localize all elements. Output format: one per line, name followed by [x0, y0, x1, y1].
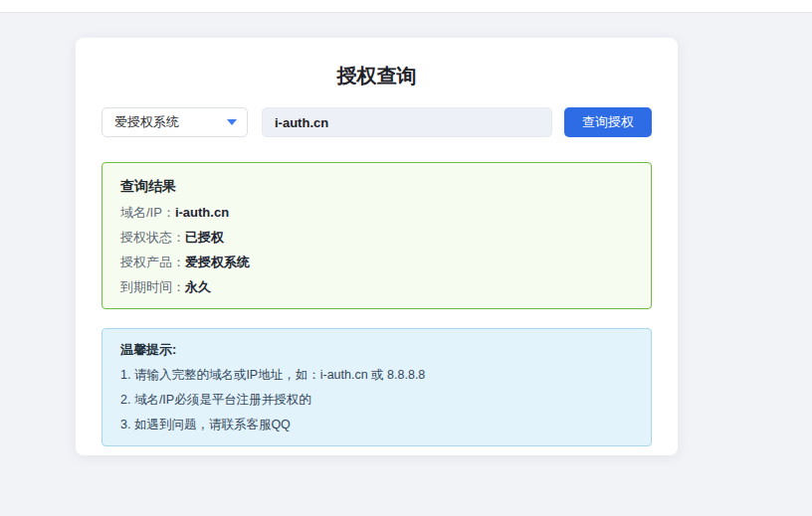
query-input[interactable] — [262, 107, 552, 137]
result-panel-title: 查询结果 — [120, 176, 633, 196]
page-title: 授权查询 — [102, 62, 652, 89]
result-label: 到期时间： — [120, 279, 185, 294]
product-select-value: 爱授权系统 — [114, 113, 179, 131]
chevron-down-icon — [227, 119, 237, 125]
tips-panel: 温馨提示: 1. 请输入完整的域名或IP地址，如：i-auth.cn 或 8.8… — [102, 328, 652, 446]
top-strip — [0, 0, 812, 13]
tips-item-1: 1. 请输入完整的域名或IP地址，如：i-auth.cn 或 8.8.8.8 — [120, 367, 633, 384]
query-result-panel: 查询结果 域名/IP：i-auth.cn 授权状态：已授权 授权产品：爱授权系统… — [102, 162, 652, 309]
result-value: 爱授权系统 — [185, 255, 250, 269]
result-row-domain: 域名/IP：i-auth.cn — [120, 204, 633, 221]
result-row-expiry: 到期时间：永久 — [120, 278, 633, 295]
result-label: 授权产品： — [120, 255, 185, 269]
product-select[interactable]: 爱授权系统 — [102, 107, 248, 137]
result-value: 已授权 — [185, 230, 224, 245]
tips-item-3: 3. 如遇到问题，请联系客服QQ — [120, 417, 633, 433]
result-value: 永久 — [185, 279, 211, 294]
result-label: 授权状态： — [120, 230, 185, 245]
result-row-status: 授权状态：已授权 — [120, 229, 633, 246]
tips-panel-title: 温馨提示: — [120, 341, 633, 359]
query-submit-button[interactable]: 查询授权 — [564, 107, 652, 137]
result-row-product: 授权产品：爱授权系统 — [120, 254, 633, 270]
result-value: i-auth.cn — [175, 205, 229, 220]
result-label: 域名/IP： — [120, 205, 175, 220]
tips-item-2: 2. 域名/IP必须是平台注册并授权的 — [120, 392, 633, 409]
query-form: 爱授权系统 查询授权 — [102, 107, 652, 137]
auth-query-card: 授权查询 爱授权系统 查询授权 查询结果 域名/IP：i-auth.cn 授权状… — [76, 38, 678, 455]
